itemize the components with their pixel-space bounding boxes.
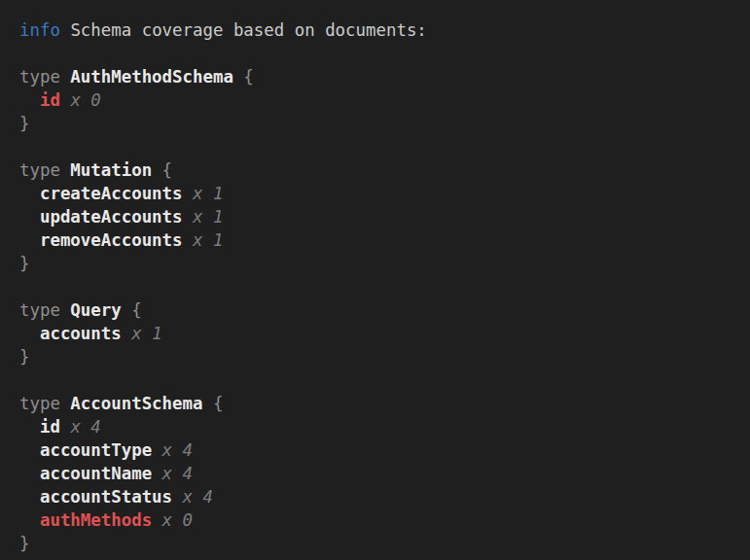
type-block: type AccountSchema { id x 4 accountType … <box>19 368 731 555</box>
field-coverage-line: id x 4 <box>19 415 731 438</box>
type-keyword: type <box>19 394 70 413</box>
field-name: authMethods <box>40 510 152 530</box>
indent <box>19 510 40 530</box>
field-usage-count: x 1 <box>183 230 224 250</box>
closing-brace-line: } <box>19 112 731 135</box>
indent <box>19 184 40 203</box>
type-declaration-line: type AccountSchema { <box>19 392 731 415</box>
field-coverage-line: authMethods x 0 <box>19 508 731 532</box>
close-brace: } <box>19 347 29 367</box>
space <box>60 20 70 40</box>
type-block: type Query { accounts x 1} <box>19 275 731 368</box>
indent <box>19 324 40 343</box>
open-brace: { <box>233 67 254 87</box>
field-name: updateAccounts <box>40 207 183 227</box>
type-name: Query <box>70 300 121 320</box>
field-name: id <box>40 90 60 110</box>
type-keyword: type <box>19 160 70 180</box>
field-coverage-line: updateAccounts x 1 <box>19 205 731 228</box>
closing-brace-line: } <box>19 252 731 275</box>
indent <box>19 440 40 460</box>
field-name: accountName <box>40 464 152 483</box>
field-coverage-line: removeAccounts x 1 <box>19 228 731 252</box>
field-coverage-line: accounts x 1 <box>19 322 731 345</box>
blank-line <box>19 42 731 65</box>
type-declaration-line: type Query { <box>19 298 731 322</box>
terminal-output: info Schema coverage based on documents:… <box>0 0 750 555</box>
field-usage-count: x 4 <box>172 487 213 507</box>
log-level-label: info <box>19 20 60 40</box>
type-name: AccountSchema <box>70 394 202 413</box>
type-keyword: type <box>19 67 70 87</box>
close-brace: } <box>19 254 29 273</box>
indent <box>19 417 40 437</box>
field-usage-count: x 4 <box>60 417 101 437</box>
type-declaration-line: type AuthMethodSchema { <box>19 65 731 88</box>
field-usage-count: x 0 <box>152 510 193 530</box>
log-header-message: Schema coverage based on documents: <box>70 20 426 40</box>
field-usage-count: x 1 <box>183 184 224 203</box>
field-usage-count: x 1 <box>122 324 162 343</box>
close-brace: } <box>19 534 29 553</box>
type-declaration-line: type Mutation { <box>19 158 731 182</box>
type-keyword: type <box>19 300 70 320</box>
terminal-screen: { "colors": { "background": "#1f1f1f", "… <box>0 0 750 560</box>
field-name: id <box>40 417 60 437</box>
closing-brace-line: } <box>19 532 731 555</box>
field-usage-count: x 1 <box>183 207 224 227</box>
blank-line <box>19 135 731 158</box>
indent <box>19 207 40 227</box>
open-brace: { <box>202 394 223 413</box>
coverage-blocks: type AuthMethodSchema { id x 0}type Muta… <box>19 42 731 555</box>
field-name: accounts <box>40 324 122 343</box>
field-coverage-line: id x 0 <box>19 88 731 112</box>
field-usage-count: x 0 <box>60 90 101 110</box>
indent <box>19 487 40 507</box>
closing-brace-line: } <box>19 345 731 368</box>
type-block: type Mutation { createAccounts x 1 updat… <box>19 135 731 275</box>
blank-line <box>19 275 731 298</box>
type-name: Mutation <box>70 160 152 180</box>
field-name: accountType <box>40 440 152 460</box>
type-name: AuthMethodSchema <box>70 67 233 87</box>
close-brace: } <box>19 114 29 133</box>
field-usage-count: x 4 <box>152 464 193 483</box>
blank-line <box>19 368 731 392</box>
indent <box>19 464 40 483</box>
field-name: accountStatus <box>40 487 172 507</box>
field-coverage-line: accountName x 4 <box>19 462 731 485</box>
field-coverage-line: accountType x 4 <box>19 438 731 462</box>
type-block: type AuthMethodSchema { id x 0} <box>19 42 731 135</box>
indent <box>19 230 40 250</box>
field-name: createAccounts <box>40 184 183 203</box>
field-usage-count: x 4 <box>152 440 193 460</box>
field-coverage-line: createAccounts x 1 <box>19 182 731 205</box>
indent <box>19 90 40 110</box>
open-brace: { <box>152 160 172 180</box>
open-brace: { <box>122 300 142 320</box>
field-coverage-line: accountStatus x 4 <box>19 485 731 508</box>
field-name: removeAccounts <box>40 230 183 250</box>
log-header-line: info Schema coverage based on documents: <box>19 18 731 42</box>
